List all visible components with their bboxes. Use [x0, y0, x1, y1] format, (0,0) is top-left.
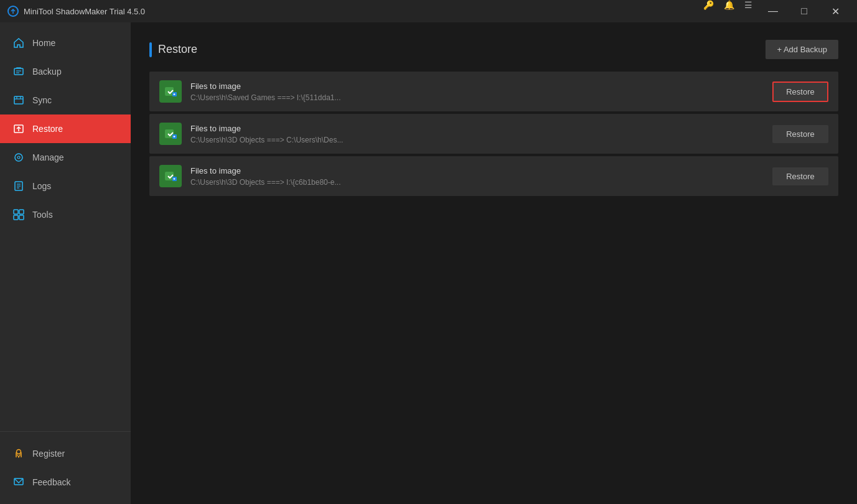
- sidebar-label-sync: Sync: [32, 95, 52, 105]
- titlebar: MiniTool ShadowMaker Trial 4.5.0 🔑 🔔 ☰ —…: [0, 0, 857, 22]
- backup-item-3: Files to image C:\Users\h\3D Objects ===…: [149, 156, 838, 196]
- sidebar-item-sync[interactable]: Sync: [0, 86, 131, 114]
- close-icon: ✕: [831, 6, 840, 17]
- home-icon: [12, 37, 25, 49]
- sidebar-label-register: Register: [32, 449, 65, 459]
- app-logo: [7, 6, 19, 17]
- add-backup-button[interactable]: + Add Backup: [766, 40, 838, 59]
- svg-rect-18: [14, 215, 18, 220]
- backup-item-path-2: C:\Users\h\3D Objects ===> C:\Users\h\De…: [190, 136, 772, 144]
- sidebar-label-home: Home: [32, 38, 55, 48]
- page-title-bar: [149, 42, 152, 57]
- sidebar-label-tools: Tools: [32, 210, 53, 220]
- restore-icon: [12, 123, 25, 135]
- backup-item-icon-1: [159, 80, 182, 103]
- backup-item-info-3: Files to image C:\Users\h\3D Objects ===…: [190, 166, 772, 187]
- backup-item-path-1: C:\Users\h\Saved Games ===> I:\{511dda1.…: [190, 93, 772, 102]
- backup-item-icon-3: [159, 165, 182, 187]
- sidebar-bottom: Register Feedback: [0, 431, 131, 504]
- backup-item-icon-2: [159, 123, 182, 145]
- maximize-button[interactable]: □: [790, 0, 818, 22]
- sidebar-item-register[interactable]: Register: [0, 439, 131, 468]
- backup-item-info-1: Files to image C:\Users\h\Saved Games ==…: [190, 82, 772, 102]
- sidebar-label-backup: Backup: [32, 67, 62, 77]
- svg-rect-16: [14, 210, 18, 214]
- sidebar-label-feedback: Feedback: [32, 477, 70, 487]
- app-title: MiniTool ShadowMaker Trial 4.5.0: [24, 7, 700, 16]
- sidebar-label-restore: Restore: [32, 124, 63, 134]
- feedback-icon: [12, 476, 25, 488]
- minimize-icon: —: [768, 6, 778, 17]
- page-title: Restore: [158, 43, 197, 56]
- close-button[interactable]: ✕: [821, 0, 850, 22]
- sidebar-item-home[interactable]: Home: [0, 29, 131, 57]
- register-icon: [12, 447, 25, 460]
- backup-item-path-3: C:\Users\h\3D Objects ===> I:\{c6b1be80-…: [190, 178, 772, 187]
- sidebar: Home Backup: [0, 22, 131, 504]
- restore-button-1[interactable]: Restore: [772, 82, 828, 102]
- backup-item-info-2: Files to image C:\Users\h\3D Objects ===…: [190, 124, 772, 144]
- minimize-button[interactable]: —: [759, 0, 787, 22]
- svg-point-10: [15, 154, 22, 161]
- restore-button-2[interactable]: Restore: [772, 125, 828, 143]
- svg-rect-4: [14, 96, 23, 104]
- tools-icon: [12, 208, 25, 221]
- svg-rect-19: [19, 215, 24, 220]
- restore-button-3[interactable]: Restore: [772, 167, 828, 185]
- page-title-wrapper: Restore: [149, 42, 197, 57]
- sync-icon: [12, 94, 25, 106]
- content-area: Restore + Add Backup Files to image: [131, 22, 857, 504]
- backup-item-2: Files to image C:\Users\h\3D Objects ===…: [149, 114, 838, 154]
- backup-list: Files to image C:\Users\h\Saved Games ==…: [149, 72, 838, 196]
- svg-point-20: [17, 450, 21, 454]
- main-layout: Home Backup: [0, 22, 857, 504]
- svg-rect-1: [14, 68, 23, 75]
- sidebar-item-tools[interactable]: Tools: [0, 200, 131, 229]
- manage-icon: [12, 151, 25, 164]
- backup-item-name-3: Files to image: [190, 166, 772, 175]
- maximize-icon: □: [801, 6, 807, 17]
- sidebar-item-backup[interactable]: Backup: [0, 57, 131, 86]
- sidebar-item-manage[interactable]: Manage: [0, 143, 131, 172]
- menu-icon[interactable]: ☰: [741, 0, 756, 22]
- sidebar-item-feedback[interactable]: Feedback: [0, 468, 131, 497]
- sidebar-label-manage: Manage: [32, 152, 64, 162]
- backup-icon: [12, 65, 25, 78]
- sidebar-label-logs: Logs: [32, 181, 51, 191]
- logs-icon: [12, 180, 25, 192]
- page-header: Restore + Add Backup: [149, 40, 838, 59]
- nav-section: Home Backup: [0, 22, 131, 431]
- notification-icon[interactable]: 🔔: [720, 0, 738, 22]
- pin-icon[interactable]: 🔑: [700, 0, 718, 22]
- backup-item-name-2: Files to image: [190, 124, 772, 133]
- svg-point-11: [17, 156, 20, 159]
- svg-rect-17: [19, 210, 24, 214]
- sidebar-item-restore[interactable]: Restore: [0, 114, 131, 143]
- sidebar-item-logs[interactable]: Logs: [0, 172, 131, 200]
- backup-item-1: Files to image C:\Users\h\Saved Games ==…: [149, 72, 838, 111]
- backup-item-name-1: Files to image: [190, 82, 772, 91]
